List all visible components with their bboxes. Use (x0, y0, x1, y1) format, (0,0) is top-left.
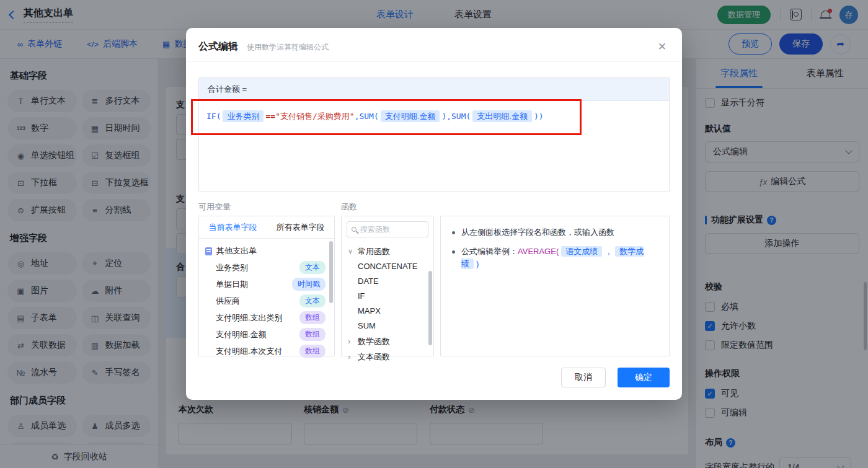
type-badge: 数组 (299, 345, 326, 358)
red-annotation-box (191, 99, 582, 135)
hint-text: 从左侧面板选择字段名和函数，或输入函数 (461, 226, 614, 239)
function-item[interactable]: IF (342, 289, 433, 304)
hint-prefix: 公式编辑举例： (461, 247, 518, 256)
function-search-input[interactable] (360, 225, 423, 234)
variable-item[interactable]: 支付明细.支出类别 数组 (199, 309, 334, 326)
function-item[interactable]: DATE (342, 274, 433, 289)
close-icon[interactable]: ✕ (658, 40, 666, 53)
example-field-token: 语文成绩 (561, 246, 602, 257)
formula-editor-modal: 公式编辑 使用数学运算符编辑公式 ✕ 合计金额 = IF(业务类别=="支付销售… (186, 28, 682, 400)
variable-name: 单据日期 (216, 279, 248, 290)
chevron-collapsed-icon (348, 337, 354, 346)
variables-tree: 其他支出单 业务类别 文本 单据日期 时间戳 供应商 文本 支付明细.支出类别 … (199, 239, 334, 360)
functions-tree: 常用函数 CONCATENATE DATE IF MAPX SUM 数学函数 文… (342, 242, 433, 366)
variable-name: 供应商 (216, 296, 240, 307)
type-badge: 时间戳 (292, 278, 326, 291)
variable-item[interactable]: 供应商 文本 (199, 293, 334, 309)
hint-line: 从左侧面板选择字段名和函数，或输入函数 (452, 226, 658, 239)
tab-all-form-fields[interactable]: 所有表单字段 (267, 216, 334, 238)
functions-panel: 常用函数 CONCATENATE DATE IF MAPX SUM 数学函数 文… (341, 216, 434, 356)
chevron-expanded-icon (348, 247, 354, 255)
scrollbar-thumb[interactable] (428, 271, 432, 345)
modal-header: 公式编辑 使用数学运算符编辑公式 (186, 28, 682, 62)
formula-target: 合计金额 = (199, 78, 669, 101)
variable-name: 支付明细.本次支付 (216, 346, 283, 357)
example-close-paren: ) (476, 259, 479, 268)
variables-label: 可用变量 (198, 201, 231, 213)
variable-name: 支付明细.金额 (216, 329, 267, 340)
variable-item[interactable]: 单据日期 时间戳 (199, 276, 334, 293)
group-label: 常用函数 (358, 246, 390, 257)
tab-current-form-fields[interactable]: 当前表单字段 (199, 216, 267, 238)
form-doc-icon (205, 247, 212, 255)
functions-label: 函数 (341, 201, 357, 213)
hint-panel: 从左侧面板选择字段名和函数，或输入函数 公式编辑举例：AVERAGE(语文成绩，… (440, 216, 670, 356)
function-search-box (347, 221, 428, 237)
variable-item[interactable]: 支付明细.本次支付 数组 (199, 343, 334, 360)
tree-root-form[interactable]: 其他支出单 (199, 243, 334, 259)
chevron-collapsed-icon (348, 352, 354, 361)
type-badge: 数组 (299, 311, 326, 324)
modal-title: 公式编辑 (198, 40, 238, 53)
confirm-button[interactable]: 确定 (618, 368, 670, 387)
type-badge: 文本 (299, 294, 326, 307)
hint-example: 公式编辑举例：AVERAGE(语文成绩，数学成绩) (461, 245, 658, 270)
variable-item[interactable]: 支付明细.金额 数组 (199, 326, 334, 343)
type-badge: 数组 (299, 328, 326, 341)
scrollbar-thumb[interactable] (329, 241, 333, 303)
function-item[interactable]: MAPX (342, 304, 433, 319)
variable-name: 支付明细.支出类别 (216, 312, 283, 324)
variable-name: 业务类别 (216, 262, 248, 273)
bullet-icon (452, 250, 455, 254)
search-icon (352, 227, 356, 232)
type-badge: 文本 (299, 261, 326, 274)
cancel-button[interactable]: 取消 (561, 368, 606, 387)
hint-example-line: 公式编辑举例：AVERAGE(语文成绩，数学成绩) (452, 245, 658, 270)
group-text-functions[interactable]: 文本函数 (342, 349, 433, 364)
group-common-functions[interactable]: 常用函数 (342, 244, 433, 259)
variables-tabs: 当前表单字段 所有表单字段 (199, 216, 334, 239)
example-comma: ， (604, 247, 613, 256)
modal-subtitle: 使用数学运算符编辑公式 (247, 42, 329, 53)
function-item[interactable]: CONCATENATE (342, 259, 433, 274)
bullet-icon (452, 231, 455, 234)
group-math-functions[interactable]: 数学函数 (342, 333, 433, 349)
tree-root-label: 其他支出单 (216, 245, 257, 257)
variable-item[interactable]: 业务类别 文本 (199, 259, 334, 276)
group-label: 数学函数 (358, 336, 390, 347)
example-function: AVERAGE( (518, 247, 559, 256)
variables-panel: 当前表单字段 所有表单字段 其他支出单 业务类别 文本 单据日期 时间戳 供应商… (198, 216, 335, 356)
function-item[interactable]: SUM (342, 319, 433, 333)
group-label: 文本函数 (358, 351, 390, 363)
